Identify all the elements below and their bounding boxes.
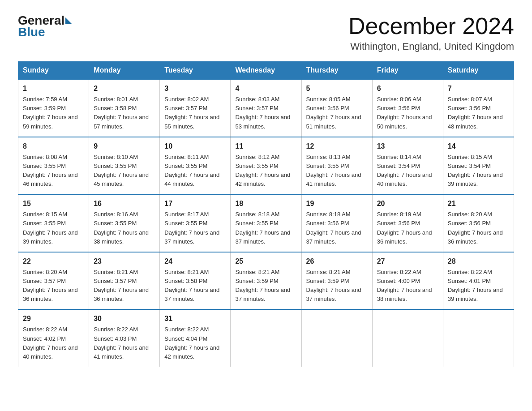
calendar-day-cell: 12Sunrise: 8:13 AMSunset: 3:55 PMDayligh…: [301, 137, 372, 195]
month-title: December 2024: [348, 13, 514, 39]
calendar-day-cell: [443, 309, 514, 367]
day-number: 23: [94, 256, 155, 267]
day-info: Sunrise: 8:15 AMSunset: 3:54 PMDaylight:…: [448, 153, 509, 189]
calendar-day-cell: 30Sunrise: 8:22 AMSunset: 4:03 PMDayligh…: [89, 309, 160, 367]
calendar-day-cell: 27Sunrise: 8:22 AMSunset: 4:00 PMDayligh…: [372, 252, 443, 310]
day-number: 31: [164, 313, 226, 324]
calendar-day-cell: 14Sunrise: 8:15 AMSunset: 3:54 PMDayligh…: [443, 137, 514, 195]
calendar-day-cell: 24Sunrise: 8:21 AMSunset: 3:58 PMDayligh…: [160, 252, 231, 310]
calendar-day-cell: [301, 309, 372, 367]
calendar-day-cell: 22Sunrise: 8:20 AMSunset: 3:57 PMDayligh…: [18, 252, 89, 310]
calendar-table: Sunday Monday Tuesday Wednesday Thursday…: [18, 61, 514, 367]
calendar-day-cell: 3Sunrise: 8:02 AMSunset: 3:57 PMDaylight…: [160, 79, 231, 137]
day-info: Sunrise: 8:15 AMSunset: 3:55 PMDaylight:…: [23, 210, 84, 246]
calendar-day-cell: 10Sunrise: 8:11 AMSunset: 3:55 PMDayligh…: [160, 137, 231, 195]
day-info: Sunrise: 8:21 AMSunset: 3:58 PMDaylight:…: [164, 268, 226, 304]
calendar-week-row: 22Sunrise: 8:20 AMSunset: 3:57 PMDayligh…: [18, 252, 514, 310]
calendar-week-row: 1Sunrise: 7:59 AMSunset: 3:59 PMDaylight…: [18, 79, 514, 137]
calendar-day-cell: 28Sunrise: 8:22 AMSunset: 4:01 PMDayligh…: [443, 252, 514, 310]
calendar-day-cell: 1Sunrise: 7:59 AMSunset: 3:59 PMDaylight…: [18, 79, 89, 137]
calendar-week-row: 29Sunrise: 8:22 AMSunset: 4:02 PMDayligh…: [18, 309, 514, 367]
calendar-header-row: Sunday Monday Tuesday Wednesday Thursday…: [18, 62, 514, 80]
day-number: 21: [448, 198, 509, 209]
col-thursday: Thursday: [301, 62, 372, 80]
day-info: Sunrise: 8:21 AMSunset: 3:59 PMDaylight:…: [306, 268, 368, 304]
day-number: 6: [377, 83, 438, 94]
calendar-week-row: 8Sunrise: 8:08 AMSunset: 3:55 PMDaylight…: [18, 137, 514, 195]
calendar-day-cell: 16Sunrise: 8:16 AMSunset: 3:55 PMDayligh…: [89, 194, 160, 252]
col-saturday: Saturday: [443, 62, 514, 80]
calendar-day-cell: 9Sunrise: 8:10 AMSunset: 3:55 PMDaylight…: [89, 137, 160, 195]
day-number: 16: [94, 198, 155, 209]
calendar-week-row: 15Sunrise: 8:15 AMSunset: 3:55 PMDayligh…: [18, 194, 514, 252]
day-info: Sunrise: 8:07 AMSunset: 3:56 PMDaylight:…: [448, 95, 509, 131]
calendar-day-cell: 7Sunrise: 8:07 AMSunset: 3:56 PMDaylight…: [443, 79, 514, 137]
day-info: Sunrise: 8:21 AMSunset: 3:57 PMDaylight:…: [94, 268, 155, 304]
day-info: Sunrise: 8:22 AMSunset: 4:01 PMDaylight:…: [448, 268, 509, 304]
col-friday: Friday: [372, 62, 443, 80]
day-number: 17: [164, 198, 226, 209]
day-info: Sunrise: 8:10 AMSunset: 3:55 PMDaylight:…: [94, 153, 155, 189]
day-number: 9: [94, 141, 155, 152]
calendar-day-cell: 5Sunrise: 8:05 AMSunset: 3:56 PMDaylight…: [301, 79, 372, 137]
day-info: Sunrise: 8:05 AMSunset: 3:56 PMDaylight:…: [306, 95, 368, 131]
day-info: Sunrise: 8:06 AMSunset: 3:56 PMDaylight:…: [377, 95, 438, 131]
title-area: December 2024 Withington, England, Unite…: [348, 13, 514, 52]
day-number: 4: [235, 83, 296, 94]
calendar-day-cell: 8Sunrise: 8:08 AMSunset: 3:55 PMDaylight…: [18, 137, 89, 195]
day-info: Sunrise: 8:12 AMSunset: 3:55 PMDaylight:…: [235, 153, 296, 189]
col-tuesday: Tuesday: [160, 62, 231, 80]
calendar-day-cell: 4Sunrise: 8:03 AMSunset: 3:57 PMDaylight…: [231, 79, 301, 137]
day-number: 13: [377, 141, 438, 152]
day-number: 15: [23, 198, 84, 209]
day-number: 24: [164, 256, 226, 267]
day-info: Sunrise: 8:21 AMSunset: 3:59 PMDaylight:…: [235, 268, 296, 304]
calendar-day-cell: [372, 309, 443, 367]
day-number: 26: [306, 256, 368, 267]
page-header: General Blue December 2024 Withington, E…: [18, 13, 514, 52]
day-number: 2: [94, 83, 155, 94]
day-number: 14: [448, 141, 509, 152]
day-number: 1: [23, 83, 84, 94]
day-info: Sunrise: 8:22 AMSunset: 4:04 PMDaylight:…: [164, 325, 226, 361]
day-number: 18: [235, 198, 296, 209]
calendar-day-cell: 20Sunrise: 8:19 AMSunset: 3:56 PMDayligh…: [372, 194, 443, 252]
day-info: Sunrise: 7:59 AMSunset: 3:59 PMDaylight:…: [23, 95, 84, 131]
day-number: 28: [448, 256, 509, 267]
logo-arrow-icon: [65, 17, 72, 24]
day-info: Sunrise: 8:01 AMSunset: 3:58 PMDaylight:…: [94, 95, 155, 131]
location: Withington, England, United Kingdom: [348, 41, 514, 52]
day-number: 22: [23, 256, 84, 267]
calendar-day-cell: 15Sunrise: 8:15 AMSunset: 3:55 PMDayligh…: [18, 194, 89, 252]
day-number: 8: [23, 141, 84, 152]
col-sunday: Sunday: [18, 62, 89, 80]
day-info: Sunrise: 8:22 AMSunset: 4:02 PMDaylight:…: [23, 325, 84, 361]
calendar-day-cell: 26Sunrise: 8:21 AMSunset: 3:59 PMDayligh…: [301, 252, 372, 310]
calendar-day-cell: [231, 309, 301, 367]
logo: General Blue: [18, 13, 72, 39]
day-number: 27: [377, 256, 438, 267]
day-number: 7: [448, 83, 509, 94]
day-info: Sunrise: 8:22 AMSunset: 4:00 PMDaylight:…: [377, 268, 438, 304]
calendar-day-cell: 11Sunrise: 8:12 AMSunset: 3:55 PMDayligh…: [231, 137, 301, 195]
day-number: 3: [164, 83, 226, 94]
day-number: 5: [306, 83, 368, 94]
calendar-day-cell: 25Sunrise: 8:21 AMSunset: 3:59 PMDayligh…: [231, 252, 301, 310]
day-number: 19: [306, 198, 368, 209]
calendar-day-cell: 2Sunrise: 8:01 AMSunset: 3:58 PMDaylight…: [89, 79, 160, 137]
col-wednesday: Wednesday: [231, 62, 301, 80]
day-number: 20: [377, 198, 438, 209]
day-info: Sunrise: 8:19 AMSunset: 3:56 PMDaylight:…: [377, 210, 438, 246]
calendar-day-cell: 18Sunrise: 8:18 AMSunset: 3:55 PMDayligh…: [231, 194, 301, 252]
day-number: 12: [306, 141, 368, 152]
day-info: Sunrise: 8:18 AMSunset: 3:55 PMDaylight:…: [235, 210, 296, 246]
day-number: 30: [94, 313, 155, 324]
day-info: Sunrise: 8:16 AMSunset: 3:55 PMDaylight:…: [94, 210, 155, 246]
calendar-day-cell: 21Sunrise: 8:20 AMSunset: 3:56 PMDayligh…: [443, 194, 514, 252]
day-info: Sunrise: 8:18 AMSunset: 3:56 PMDaylight:…: [306, 210, 368, 246]
calendar-day-cell: 13Sunrise: 8:14 AMSunset: 3:54 PMDayligh…: [372, 137, 443, 195]
day-info: Sunrise: 8:17 AMSunset: 3:55 PMDaylight:…: [164, 210, 226, 246]
calendar-day-cell: 17Sunrise: 8:17 AMSunset: 3:55 PMDayligh…: [160, 194, 231, 252]
col-monday: Monday: [89, 62, 160, 80]
logo-blue: Blue: [18, 25, 45, 39]
